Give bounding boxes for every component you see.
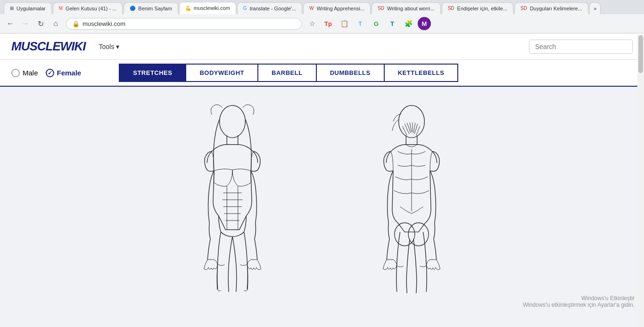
page-content: MUSCLEWIKI Tools ▾ Male Female STRETCHES (0, 33, 644, 327)
reload-button[interactable]: ↻ (34, 17, 47, 30)
logo-wiki: WIKI (60, 39, 86, 53)
svg-point-3 (408, 223, 429, 246)
save-icon[interactable]: 📋 (338, 17, 351, 30)
tab-kettlebells[interactable]: KETTLEBELLS (384, 64, 459, 82)
forward-button[interactable]: → (19, 17, 32, 30)
watermark-line2: Windows'u etkinleştirmek için Ayarlar'a … (523, 302, 635, 308)
back-button[interactable]: ← (4, 17, 17, 30)
scrollbar-thumb[interactable] (638, 35, 643, 73)
female-label: Female (57, 69, 82, 77)
home-button[interactable]: ⌂ (49, 17, 62, 30)
nav-buttons: ← → ↻ ⌂ (4, 17, 62, 30)
tab-barbell[interactable]: BARBELL (257, 64, 316, 82)
controls-bar: Male Female STRETCHES BODYWEIGHT BARBELL… (0, 60, 644, 87)
puzzle-icon[interactable]: 🧩 (402, 17, 415, 30)
exercise-tabs: STRETCHES BODYWEIGHT BARBELL DUMBBELLS K… (119, 64, 458, 82)
tab-dumbbells[interactable]: DUMBBELLS (316, 64, 384, 82)
tab-stretches[interactable]: STRETCHES (119, 64, 185, 82)
tools-menu[interactable]: Tools ▾ (95, 41, 124, 52)
star-button[interactable]: ☆ (305, 17, 319, 30)
profile-icon[interactable]: M (418, 17, 431, 30)
search-bar (529, 40, 633, 54)
google-icon[interactable]: G (370, 17, 383, 30)
female-option[interactable]: Female (46, 69, 82, 77)
tab-translate[interactable]: G translate - Google'... (237, 2, 303, 14)
scrollbar[interactable] (637, 34, 644, 327)
browser-icons: ☆ Tp 📋 T G T 🧩 M (305, 17, 431, 30)
browser-top-bar: ← → ↻ ⌂ 🔒 musclewiki.com ☆ Tp 📋 T G T 🧩 … (0, 14, 644, 33)
male-radio[interactable] (11, 69, 20, 77)
tab-musclewiki[interactable]: 💪 musclewiki.com (179, 2, 236, 14)
male-option[interactable]: Male (11, 69, 38, 77)
tab-benim[interactable]: 🔵 Benim Sayfam (124, 2, 178, 14)
windows-watermark: Windows'u Etkinleştir Windows'u etkinleş… (523, 295, 635, 308)
tab-writing2[interactable]: SD Writing about worri... (372, 2, 441, 14)
svg-point-2 (395, 223, 415, 246)
svg-point-1 (399, 106, 425, 138)
browser-chrome: ⊞ Uygulamalar M Gelen Kutusu (41) - ... … (0, 0, 644, 33)
chevron-down-icon: ▾ (116, 43, 119, 50)
tab-writing1[interactable]: W Writing Apprehensi... (303, 2, 371, 14)
tab-more[interactable]: » (589, 2, 601, 14)
translate-icon[interactable]: T (354, 17, 367, 30)
tools-label: Tools (99, 43, 115, 50)
front-body-svg[interactable] (171, 101, 294, 299)
logo-muscle: MUSCLE (11, 39, 60, 53)
male-label: Male (23, 69, 38, 77)
url-text: musclewiki.com (83, 20, 125, 27)
lock-icon: 🔒 (72, 20, 80, 27)
tabs-bar: ⊞ Uygulamalar M Gelen Kutusu (41) - ... … (0, 0, 644, 14)
site-header: MUSCLEWIKI Tools ▾ (0, 33, 644, 60)
body-diagram-area (0, 87, 644, 327)
site-logo: MUSCLEWIKI (11, 39, 86, 54)
tab-bodyweight[interactable]: BODYWEIGHT (185, 64, 257, 82)
tab-duygular[interactable]: SD Duyguları Kelimelere... (514, 2, 588, 14)
gender-options: Male Female (11, 69, 81, 77)
address-bar[interactable]: 🔒 musclewiki.com (66, 18, 302, 30)
tp-icon[interactable]: Tp (322, 17, 335, 30)
watermark-line1: Windows'u Etkinleştir (523, 295, 635, 302)
front-figure[interactable] (171, 101, 294, 299)
tab-endiseler[interactable]: SD Endişeler için, etkile... (442, 2, 513, 14)
tab-icon[interactable]: T (386, 17, 399, 30)
back-figure[interactable] (350, 101, 473, 299)
tab-gmail[interactable]: M Gelen Kutusu (41) - ... (53, 2, 123, 14)
tab-apps[interactable]: ⊞ Uygulamalar (4, 2, 52, 14)
search-input[interactable] (529, 40, 632, 53)
female-radio[interactable] (46, 69, 54, 77)
back-body-svg[interactable] (350, 101, 473, 299)
svg-point-0 (220, 106, 246, 138)
